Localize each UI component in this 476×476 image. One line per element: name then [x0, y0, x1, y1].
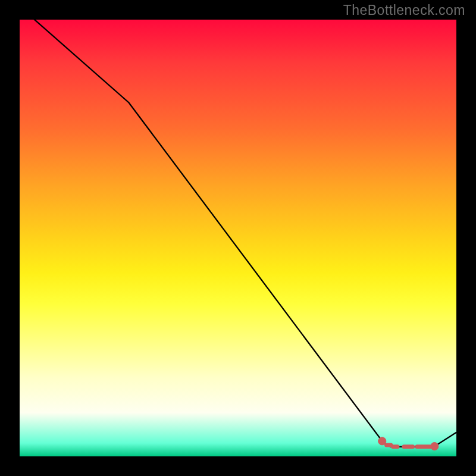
chart-overlay-svg [20, 20, 456, 456]
chart-frame: TheBottleneck.com [0, 0, 476, 476]
watermark-label: TheBottleneck.com [343, 2, 465, 18]
marker-layer [378, 437, 439, 450]
curve-line [20, 20, 456, 447]
data-point [431, 443, 439, 450]
